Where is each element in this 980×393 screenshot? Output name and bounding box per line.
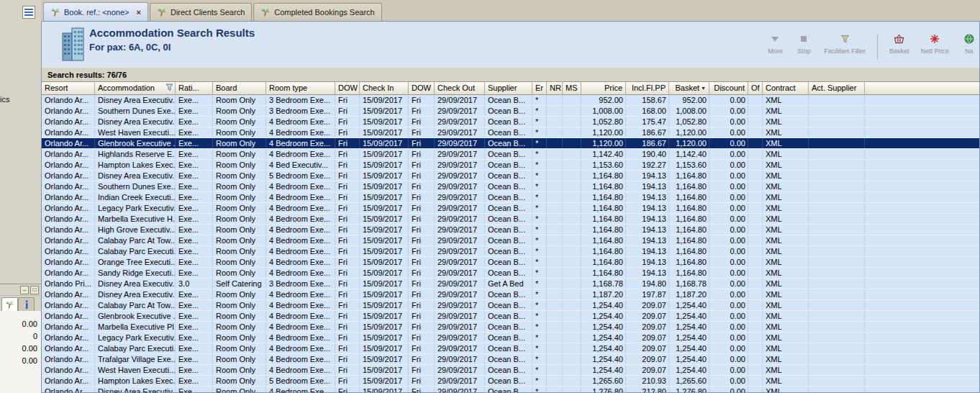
column-header-act_supplier[interactable]: Act. Supplier: [809, 82, 865, 95]
cell-act_supplier: [809, 343, 865, 353]
table-row[interactable]: Orlando Ar...West Haven Executi...Exe...…: [42, 365, 979, 376]
table-row[interactable]: Orlando Ar...Legacy Park Executiv...Exe.…: [42, 203, 979, 214]
column-header-nr[interactable]: NR: [547, 82, 563, 95]
cell-dow_in: Fri: [335, 138, 360, 148]
toolbar-more[interactable]: More: [766, 33, 784, 55]
cell-room_type: 4 Bedroom Exe...: [266, 311, 335, 321]
toolbar-stop[interactable]: Stop: [795, 33, 812, 55]
table-row[interactable]: Orlando Ar...Calabay Parc At Tow...Exe..…: [42, 235, 979, 246]
cell-discount: 0.00: [709, 343, 748, 353]
table-row[interactable]: Orlando Ar...Marbella Executive H...Exe.…: [42, 214, 979, 225]
cell-discount: 0.00: [709, 117, 748, 127]
column-header-of[interactable]: Of: [748, 82, 763, 95]
table-row[interactable]: Orlando Ar...Southern Dunes Exe...Exe...…: [42, 181, 979, 192]
cell-check_in: 15/09/2017: [360, 95, 409, 105]
cell-discount: 0.00: [709, 127, 748, 137]
column-header-dow_in[interactable]: DOW: [335, 82, 360, 95]
panel-restore-button[interactable]: [30, 286, 39, 294]
table-row[interactable]: Orlando Ar...Disney Area Executiv...Exe.…: [42, 117, 979, 127]
cell-accommodation: Southern Dunes Exe...: [95, 106, 176, 116]
cell-er: *: [532, 333, 547, 343]
cell-ms: [563, 365, 581, 375]
table-row[interactable]: Orlando Ar...Marbella Executive Pl...Exe…: [42, 322, 979, 333]
table-row[interactable]: Orlando Ar...Southern Dunes Exe...Exe...…: [42, 106, 979, 117]
tab-completed-bookings-search[interactable]: Completed Bookings Search: [253, 3, 381, 21]
cell-check_out: 29/09/2017: [435, 106, 485, 116]
column-header-discount[interactable]: Discount: [709, 82, 748, 95]
table-row[interactable]: Orlando Ar...Trafalgar Village Exe...Exe…: [42, 354, 979, 365]
column-header-accommodation[interactable]: Accommodation: [95, 82, 176, 95]
table-row[interactable]: Orlando Ar...Orange Tree Executi...Exe..…: [42, 257, 979, 268]
table-row[interactable]: Orlando Ar...Disney Area Executiv...Exe.…: [42, 289, 979, 300]
cell-discount: 0.00: [709, 203, 748, 213]
cell-incl_fl_pp: 158.67: [626, 95, 669, 105]
cell-er: *: [532, 117, 547, 127]
cell-check_in: 15/09/2017: [360, 365, 409, 375]
table-row[interactable]: Orlando Pri...Disney Area Executiv...3.0…: [42, 279, 979, 289]
cell-room_type: 3 Bedroom Exe...: [266, 95, 335, 105]
column-header-price[interactable]: Price: [581, 82, 626, 95]
column-header-check_in[interactable]: Check In: [360, 82, 409, 95]
column-header-resort[interactable]: Resort: [42, 82, 95, 95]
cell-contract: XML: [763, 127, 809, 137]
cell-incl_fl_pp: 197.87: [626, 289, 669, 299]
table-row[interactable]: Orlando Ar...Disney Area Executiv...Exe.…: [42, 95, 979, 106]
table-row[interactable]: Orlando Ar...Disney Area Executiv...Exe.…: [42, 387, 979, 393]
table-row[interactable]: Orlando Ar...Disney Area Executiv...Exe.…: [42, 171, 979, 181]
tab-booking-ref[interactable]: Book. ref.: <none>: [43, 2, 148, 21]
column-header-board[interactable]: Board: [213, 82, 266, 95]
cell-supplier: Ocean B...: [485, 343, 532, 353]
toolbar-na-partial[interactable]: Na: [961, 33, 978, 55]
table-row[interactable]: Orlando Ar...High Grove Executiv...Exe..…: [42, 225, 979, 235]
column-label: Er: [535, 83, 543, 92]
column-label: Accommodation: [98, 83, 155, 92]
table-row[interactable]: Orlando Ar...Highlands Reserve E...Exe..…: [42, 149, 979, 160]
cell-check_in: 15/09/2017: [360, 376, 409, 386]
cell-board: Room Only: [213, 246, 266, 256]
table-row[interactable]: Orlando Ar...Calabay Parc Executi...Exe.…: [42, 343, 979, 354]
cell-nr: [547, 171, 563, 181]
column-header-contract[interactable]: Contract: [763, 82, 809, 95]
table-body: Orlando Ar...Disney Area Executiv...Exe.…: [42, 95, 979, 393]
table-row[interactable]: Orlando Ar...Hampton Lakes Exec...Exe...…: [42, 160, 979, 171]
table-row[interactable]: Orlando Ar...Glenbrook Executive ...Exe.…: [42, 311, 979, 322]
table-row[interactable]: Orlando Ar...Glenbrook Executive ...Exe.…: [42, 138, 979, 149]
table-row[interactable]: Orlando Ar...Calabay Parc Executi...Exe.…: [42, 246, 979, 257]
results-header: Accommodation Search Results For pax: 6A…: [42, 22, 979, 67]
cell-rating: Exe...: [176, 235, 213, 245]
column-header-ms[interactable]: MS: [563, 82, 581, 95]
column-header-check_out[interactable]: Check Out: [435, 82, 485, 95]
toolbar-facilities-filter[interactable]: Facilities Filter: [824, 33, 866, 55]
toolbar-basket[interactable]: Basket: [889, 33, 909, 55]
table-row[interactable]: Orlando Ar...Legacy Park Executiv...Exe.…: [42, 333, 979, 343]
column-header-basket[interactable]: Basket▼: [669, 82, 709, 95]
column-header-incl_fl_pp[interactable]: Incl.Fl.PP: [626, 82, 669, 95]
panel-tab-info[interactable]: [18, 297, 35, 311]
cell-incl_fl_pp: 209.07: [626, 322, 669, 332]
tab-direct-clients-search[interactable]: Direct Clients Search: [150, 3, 252, 21]
cell-price: 1,276.80: [581, 387, 626, 393]
filter-icon[interactable]: [165, 83, 173, 93]
tab-close-icon[interactable]: [137, 9, 141, 16]
column-header-room_type[interactable]: Room type: [266, 82, 335, 95]
cell-discount: 0.00: [709, 160, 748, 170]
toolbar-nett-price[interactable]: Nett Price: [920, 33, 949, 55]
table-row[interactable]: Orlando Ar...Indian Creek Executi...Exe.…: [42, 192, 979, 203]
cell-act_supplier: [809, 203, 865, 213]
column-header-rating[interactable]: Rati...: [176, 82, 213, 95]
table-row[interactable]: Orlando Ar...Sandy Ridge Executi...Exe..…: [42, 268, 979, 279]
table-row[interactable]: Orlando Ar...Calabay Parc At Tow...Exe..…: [42, 300, 979, 311]
column-header-supplier[interactable]: Supplier: [485, 82, 532, 95]
cell-check_in: 15/09/2017: [360, 171, 409, 181]
table-row[interactable]: Orlando Ar...Hampton Lakes Exec...Exe...…: [42, 376, 979, 387]
panel-minimize-button[interactable]: [20, 286, 29, 294]
cell-basket: 1,164.80: [669, 192, 709, 202]
cell-check_in: 15/09/2017: [360, 322, 409, 332]
column-header-dow_out[interactable]: DOW: [409, 82, 435, 95]
column-label: Act. Supplier: [812, 83, 856, 92]
table-row[interactable]: Orlando Ar...West Haven Executi...Exe...…: [42, 127, 979, 138]
cell-price: 1,052.80: [581, 117, 626, 127]
sidebar-document-icon[interactable]: [22, 6, 35, 19]
panel-tab-booking[interactable]: [1, 297, 18, 311]
column-header-er[interactable]: Er: [532, 82, 547, 95]
